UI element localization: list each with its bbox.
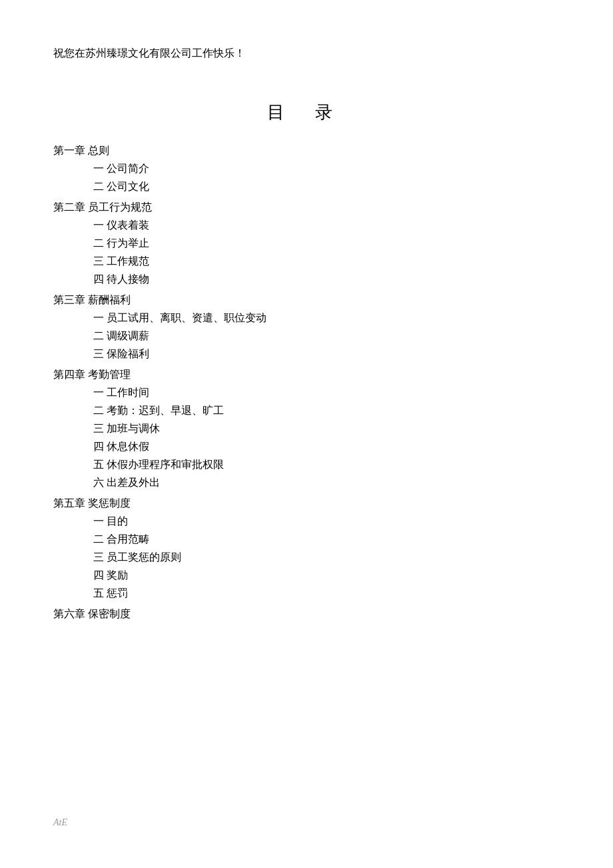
chapter-2-item-3: 三 工作规范 [53, 255, 560, 269]
toc-content: 第一章 总则一 公司简介二 公司文化第二章 员工行为规范一 仪表着装二 行为举止… [53, 144, 560, 621]
chapter-5-label: 第五章 奖惩制度 [53, 497, 560, 511]
chapter-5: 第五章 奖惩制度一 目的二 合用范畴三 员工奖惩的原则四 奖励五 惩罚 [53, 497, 560, 601]
chapter-4-item-1: 一 工作时间 [53, 386, 560, 400]
chapter-4: 第四章 考勤管理一 工作时间二 考勤：迟到、早退、旷工三 加班与调休四 休息休假… [53, 368, 560, 490]
chapter-5-item-4: 四 奖励 [53, 569, 560, 583]
chapter-4-item-5: 五 休假办理程序和审批权限 [53, 458, 560, 472]
chapter-3-item-3: 三 保险福利 [53, 347, 560, 361]
page: 祝您在苏州臻璟文化有限公司工作快乐！ 目 录 第一章 总则一 公司简介二 公司文… [0, 0, 613, 868]
watermark-text: AtE [53, 817, 67, 828]
chapter-1-item-2: 二 公司文化 [53, 180, 560, 194]
chapter-3-label: 第三章 薪酬福利 [53, 293, 560, 307]
chapter-1-item-1: 一 公司简介 [53, 162, 560, 176]
chapter-1-label: 第一章 总则 [53, 144, 560, 158]
chapter-5-item-5: 五 惩罚 [53, 587, 560, 601]
chapter-1: 第一章 总则一 公司简介二 公司文化 [53, 144, 560, 194]
chapter-5-item-3: 三 员工奖惩的原则 [53, 551, 560, 565]
chapter-5-item-1: 一 目的 [53, 515, 560, 529]
chapter-2-label: 第二章 员工行为规范 [53, 201, 560, 215]
chapter-6: 第六章 保密制度 [53, 607, 560, 621]
chapter-4-item-3: 三 加班与调休 [53, 422, 560, 436]
chapter-3-item-2: 二 调级调薪 [53, 329, 560, 343]
chapter-3-item-1: 一 员工试用、离职、资遣、职位变动 [53, 311, 560, 325]
chapter-4-item-2: 二 考勤：迟到、早退、旷工 [53, 404, 560, 418]
chapter-2: 第二章 员工行为规范一 仪表着装二 行为举止三 工作规范四 待人接物 [53, 201, 560, 287]
chapter-2-item-2: 二 行为举止 [53, 237, 560, 251]
chapter-5-item-2: 二 合用范畴 [53, 533, 560, 547]
chapter-4-item-6: 六 出差及外出 [53, 476, 560, 490]
chapter-3: 第三章 薪酬福利一 员工试用、离职、资遣、职位变动二 调级调薪三 保险福利 [53, 293, 560, 361]
chapter-6-label: 第六章 保密制度 [53, 607, 560, 621]
chapter-2-item-1: 一 仪表着装 [53, 219, 560, 233]
chapter-4-label: 第四章 考勤管理 [53, 368, 560, 382]
greeting-text: 祝您在苏州臻璟文化有限公司工作快乐！ [53, 47, 560, 61]
chapter-2-item-4: 四 待人接物 [53, 273, 560, 287]
chapter-4-item-4: 四 休息休假 [53, 440, 560, 454]
toc-title: 目 录 [53, 101, 560, 124]
